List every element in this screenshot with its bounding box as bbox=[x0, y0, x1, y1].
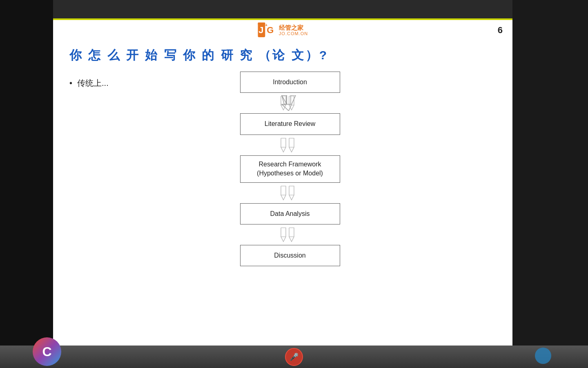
mic-icon: 🎤 bbox=[290, 352, 298, 361]
bottom-right-circle bbox=[535, 348, 551, 364]
bottom-left-logo: C bbox=[33, 337, 61, 366]
double-arrow-icon-1 bbox=[278, 95, 302, 111]
top-bar: › 正在分 bbox=[0, 0, 588, 18]
flow-label-literature: Literature Review bbox=[265, 120, 316, 127]
bullet-text-1: 传统上... bbox=[77, 78, 109, 89]
flowchart: Introduction Literature Review bbox=[229, 72, 351, 266]
slide-top-border bbox=[53, 18, 512, 20]
double-arrow-icon-3 bbox=[278, 185, 302, 201]
flow-label-introduction: Introduction bbox=[273, 79, 307, 85]
double-arrow-icon-4 bbox=[278, 227, 302, 242]
flow-label-framework-line2: (Hypotheses or Model) bbox=[257, 170, 323, 177]
flow-box-framework: Research Framework (Hypotheses or Model) bbox=[240, 155, 340, 183]
slide-number: 6 bbox=[498, 25, 503, 36]
logo-jg: J G + 经管之家 JO.COM.ON bbox=[258, 22, 308, 37]
svg-text:+: + bbox=[265, 23, 267, 27]
flow-box-discussion: Discussion bbox=[240, 245, 340, 266]
right-panel bbox=[512, 0, 588, 368]
flow-arrow-4 bbox=[278, 227, 302, 242]
slide-area: 6 J G + 经管之家 JO.COM.ON 你 怎 么 开 始 写 你 的 研… bbox=[53, 18, 512, 346]
bullet-section: • 传统上... bbox=[69, 78, 109, 89]
flow-label-discussion: Discussion bbox=[274, 252, 305, 259]
flow-label-framework-line1: Research Framework bbox=[259, 161, 321, 168]
flow-arrow-3 bbox=[278, 185, 302, 201]
bullet-item-1: • 传统上... bbox=[69, 78, 109, 89]
logo-subtitle: JO.COM.ON bbox=[279, 31, 308, 36]
logo-area: J G + 经管之家 JO.COM.ON bbox=[258, 22, 308, 37]
flow-box-data: Data Analysis bbox=[240, 203, 340, 224]
svg-text:G: G bbox=[267, 25, 274, 35]
flow-arrow-2 bbox=[278, 137, 302, 153]
svg-text:J: J bbox=[258, 25, 263, 35]
bullet-dot: • bbox=[69, 79, 72, 88]
slide-title: 你 怎 么 开 始 写 你 的 研 究 （论 文）? bbox=[69, 47, 328, 64]
jg-logo-icon: J G + bbox=[258, 22, 275, 37]
logo-c-letter: C bbox=[42, 344, 51, 359]
flow-arrow-1 bbox=[278, 95, 302, 111]
mic-button[interactable]: 🎤 bbox=[285, 348, 303, 366]
bottom-bar: C 🎤 bbox=[0, 346, 588, 368]
flow-box-literature: Literature Review bbox=[240, 113, 340, 135]
left-panel bbox=[0, 0, 53, 368]
double-arrow-icon-2 bbox=[278, 137, 302, 153]
flow-box-introduction: Introduction bbox=[240, 72, 340, 93]
flow-label-data: Data Analysis bbox=[270, 210, 310, 217]
